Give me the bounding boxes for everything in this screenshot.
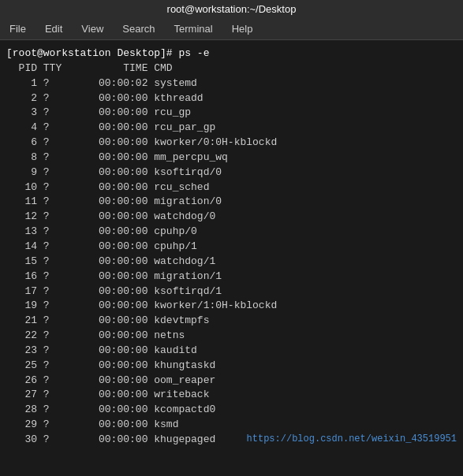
url-overlay: https://blog.csdn.net/weixin_43519951 — [247, 433, 457, 448]
table-row: 6 ? 00:00:00 kworker/0:0H-kblockd — [6, 136, 457, 151]
menu-help[interactable]: Help — [229, 21, 256, 36]
bottom-line: 30 ? 00:00:00 khugepagedhttps://blog.csd… — [6, 433, 457, 448]
table-row: 21 ? 00:00:00 kdevtmpfs — [6, 314, 457, 329]
table-row: 2 ? 00:00:00 kthreadd — [6, 91, 457, 106]
table-row: 11 ? 00:00:00 migration/0 — [6, 195, 457, 210]
table-row: 1 ? 00:00:02 systemd — [6, 76, 457, 91]
process-list: 1 ? 00:00:02 systemd 2 ? 00:00:00 kthrea… — [6, 76, 457, 448]
table-row: 13 ? 00:00:00 cpuhp/0 — [6, 225, 457, 240]
prompt-line: [root@workstation Desktop]# ps -e — [6, 46, 457, 61]
table-row: 17 ? 00:00:00 ksoftirqd/1 — [6, 284, 457, 299]
menu-terminal[interactable]: Terminal — [171, 21, 216, 36]
menu-bar: File Edit View Search Terminal Help — [0, 18, 463, 40]
terminal-body: [root@workstation Desktop]# ps -e PID TT… — [0, 40, 463, 472]
table-row: 14 ? 00:00:00 cpuhp/1 — [6, 240, 457, 255]
table-row: 26 ? 00:00:00 oom_reaper — [6, 374, 457, 389]
menu-search[interactable]: Search — [119, 21, 158, 36]
table-row: 29 ? 00:00:00 ksmd — [6, 418, 457, 433]
table-row: 12 ? 00:00:00 watchdog/0 — [6, 210, 457, 225]
table-row: 22 ? 00:00:00 netns — [6, 329, 457, 344]
table-row: 9 ? 00:00:00 ksoftirqd/0 — [6, 165, 457, 180]
table-row: 25 ? 00:00:00 khungtaskd — [6, 359, 457, 374]
table-row: 3 ? 00:00:00 rcu_gp — [6, 106, 457, 121]
table-row: 16 ? 00:00:00 migration/1 — [6, 270, 457, 284]
table-row: 8 ? 00:00:00 mm_percpu_wq — [6, 151, 457, 165]
table-row: 28 ? 00:00:00 kcompactd0 — [6, 403, 457, 418]
title-bar: root@workstation:~/Desktop — [0, 0, 463, 18]
table-row: 10 ? 00:00:00 rcu_sched — [6, 180, 457, 195]
table-row: 27 ? 00:00:00 writeback — [6, 388, 457, 403]
menu-view[interactable]: View — [78, 21, 106, 36]
title-text: root@workstation:~/Desktop — [167, 3, 297, 15]
header-line: PID TTY TIME CMD — [6, 61, 457, 76]
menu-file[interactable]: File — [6, 21, 29, 36]
last-process-line: 30 ? 00:00:00 khugepaged — [6, 433, 215, 448]
table-row: 15 ? 00:00:00 watchdog/1 — [6, 255, 457, 270]
table-row: 4 ? 00:00:00 rcu_par_gp — [6, 121, 457, 136]
table-row: 23 ? 00:00:00 kauditd — [6, 344, 457, 359]
menu-edit[interactable]: Edit — [42, 21, 65, 36]
table-row: 19 ? 00:00:00 kworker/1:0H-kblockd — [6, 299, 457, 314]
